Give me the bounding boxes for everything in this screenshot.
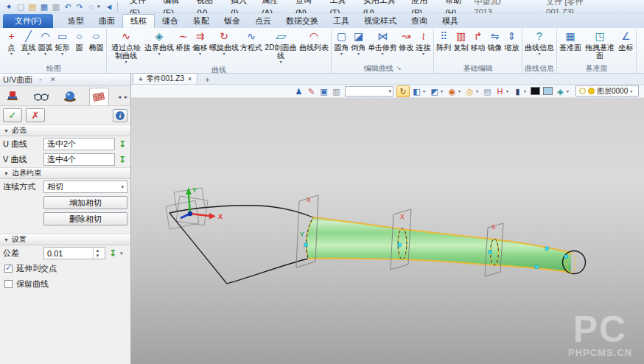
arc-button[interactable]: ◠圆弧▾ [37,29,54,57]
background-icon[interactable]: ◎ [463,85,476,97]
chevron-down-icon[interactable]: ▾ [388,88,393,94]
add-tangent-button[interactable]: 增加相切 [43,196,127,209]
copy-button[interactable]: ▥复制 [452,29,469,52]
extend-checkbox[interactable] [4,265,13,273]
tab-surface-mesh[interactable] [89,88,109,105]
erase-icon[interactable]: ✎ [305,85,318,97]
v-insert-icon[interactable]: ↧ [117,155,127,165]
section-required[interactable]: ▼ 必选 [0,125,130,136]
ribbon-tab-10[interactable]: 查询 [404,14,435,28]
spiral-curve-button[interactable]: ↻螺旋曲线▾ [209,29,239,57]
boundary-curve-button[interactable]: ◈边界曲线▾ [144,29,175,57]
info-button[interactable]: i [113,109,127,122]
print-icon[interactable]: ▥ [50,1,62,13]
file-menu-button[interactable]: 文件(F) [3,14,53,28]
drag-datum-plane-button[interactable]: ◳拖拽基准面 [582,29,617,60]
panel-tab-scroll[interactable]: ◂ ▸ [118,94,127,105]
rotate-view-button[interactable]: ↻ [396,85,410,97]
panel-restore-icon[interactable]: ▫ [35,76,45,83]
ribbon-tab-8[interactable]: 工具 [326,14,357,28]
chevron-down-icon[interactable]: ▾ [441,88,446,94]
chevron-down-icon[interactable]: ▾ [125,60,127,65]
line-button[interactable]: ╱直线▾ [20,29,37,57]
chevron-down-icon[interactable]: ▾ [423,88,428,94]
rectangle-button[interactable]: ▭矩形▾ [54,29,71,57]
ribbon-tab-5[interactable]: 钣金 [217,14,248,28]
lightbulb-icon[interactable] [579,88,586,94]
chevron-down-icon[interactable]: ▾ [630,88,635,94]
arrow-left-icon[interactable]: ◂ [118,94,121,100]
view-name-combo[interactable]: ▾ [345,86,393,97]
chevron-down-icon[interactable]: ▾ [458,88,463,94]
connect-curve-button[interactable]: ≀连接▾ [415,29,432,57]
tolerance-spinner[interactable]: ▲▼ [93,248,102,259]
pattern-button[interactable]: ⠿阵列 [435,29,452,52]
save-icon[interactable]: ▦ [38,1,50,13]
chevron-down-icon[interactable]: ▾ [524,88,529,94]
chevron-down-icon[interactable]: ▾ [44,52,46,57]
trim-button[interactable]: ⋈单击修剪▾ [367,29,398,57]
chevron-down-icon[interactable]: ▾ [97,4,103,10]
chevron-down-icon[interactable]: ▾ [340,52,343,57]
chevron-down-icon[interactable]: ▾ [61,52,63,57]
close-tab-icon[interactable]: × [188,75,192,83]
blank-entity-icon[interactable]: ♟ [293,85,305,97]
remove-tangent-button[interactable]: 删除相切 [43,212,127,225]
ribbon-tab-11[interactable]: 模具 [435,14,466,28]
open-folder-icon[interactable]: ▤ [27,1,38,13]
display-mode-icon[interactable]: ◩ [428,85,441,97]
chevron-down-icon[interactable]: ▾ [199,52,201,57]
ribbon-tab-1[interactable]: 曲面 [91,14,122,28]
selection-filter-icon[interactable]: ◌ [85,1,97,13]
document-tab[interactable]: + 零件001.Z3 × [133,73,197,84]
redo-icon[interactable]: ↷ [74,1,85,13]
image-icon[interactable]: ▤ [481,85,494,97]
shade-mode-icon[interactable]: ◧ [410,85,423,97]
app-logo-icon[interactable]: ✦ [3,1,15,13]
chevron-down-icon[interactable]: ▾ [506,88,511,94]
ribbon-tab-4[interactable]: 装配 [186,14,217,28]
datum-plane-button[interactable]: ▦基准面 [559,29,582,52]
face-color-swatch[interactable] [531,87,540,95]
curve-list-button[interactable]: ◠曲线列表 [298,29,329,52]
chevron-down-icon[interactable]: ▾ [422,52,424,57]
surface-display-icon[interactable]: ◈ [554,85,567,97]
section-boundary[interactable]: ▼ 边界约束 [0,167,130,179]
panel-close-icon[interactable]: ✕ [48,76,57,83]
chevron-down-icon[interactable]: ▾ [279,60,281,65]
tab-input-stamp[interactable] [3,88,23,105]
u-insert-icon[interactable]: ↧ [117,139,127,150]
ribbon-tab-6[interactable]: 点云 [248,14,279,28]
section-view-icon[interactable]: H [494,85,506,97]
u-curves-field[interactable]: 选中2个 [43,138,115,150]
curve-info-button[interactable]: ?曲线信息▾ [524,29,555,57]
new-file-icon[interactable]: ▢ [15,1,27,13]
keep-checkbox[interactable] [4,280,13,288]
equation-curve-button[interactable]: ∿方程式 [239,29,263,52]
viewport-3d[interactable]: X Y X X X Y [131,98,644,364]
ribbon-tab-9[interactable]: 视觉样式 [357,14,404,28]
ribbon-tab-3[interactable]: 缝合 [155,14,186,28]
chevron-down-icon[interactable]: ▾ [27,52,29,57]
pick-filter-icon[interactable]: ◄ [103,1,115,13]
model-canvas[interactable]: X Y X X X Y [131,98,644,364]
highlight-color-swatch[interactable] [543,87,553,95]
render-mode-icon[interactable]: ◉ [446,85,458,97]
shadow-icon[interactable]: ▮ [511,85,524,97]
chevron-down-icon[interactable]: ▾ [223,52,225,57]
layer-combo[interactable]: 图层0000▾ [575,85,639,97]
chevron-down-icon[interactable]: ▾ [567,88,572,94]
chamfer-button[interactable]: ◪倒角▾ [350,29,367,57]
curve-through-points-button[interactable]: ∿通过点绘制曲线▾ [108,29,144,65]
undo-icon[interactable]: ↶ [62,1,74,13]
v-curves-field[interactable]: 选中4个 [43,153,115,166]
tolerance-insert-icon[interactable]: ↧ [108,248,118,259]
arrow-right-icon[interactable]: ▸ [125,94,127,100]
boundary-wireframe-curves[interactable] [169,206,313,284]
stats-icon[interactable]: ▥ [330,85,343,97]
ribbon-tab-0[interactable]: 造型 [60,14,91,28]
dialog-launcher-icon[interactable]: ↘ [396,65,402,71]
bridge-curve-button[interactable]: ∼桥接 [175,29,192,52]
origin-triad[interactable]: X Y [181,186,223,220]
chevron-down-icon[interactable]: ▾ [10,52,13,57]
